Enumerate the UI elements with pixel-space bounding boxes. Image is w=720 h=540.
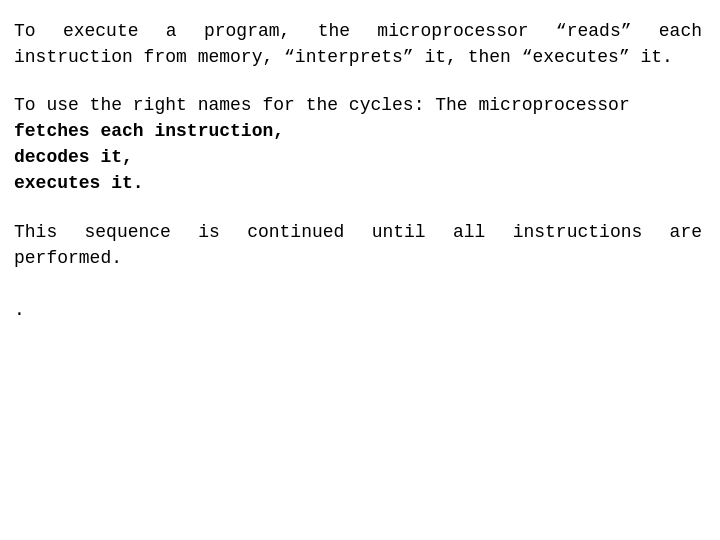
paragraph-dot: . [14,297,702,323]
paragraph-3-text: This sequence is continued until all ins… [14,222,702,268]
paragraph-2-line3: decodes it, [14,144,702,170]
paragraph-2-line1: To use the right names for the cycles: T… [14,92,702,118]
paragraph-2: To use the right names for the cycles: T… [14,92,702,196]
paragraph-2-line2: fetches each instruction, [14,118,702,144]
paragraph-1: To execute a program, the microprocessor… [14,18,702,70]
paragraph-3: This sequence is continued until all ins… [14,219,702,271]
paragraph-2-line4: executes it. [14,170,702,196]
dot-text: . [14,300,25,320]
page-container: To execute a program, the microprocessor… [0,0,720,540]
paragraph-1-text: To execute a program, the microprocessor… [14,21,702,67]
